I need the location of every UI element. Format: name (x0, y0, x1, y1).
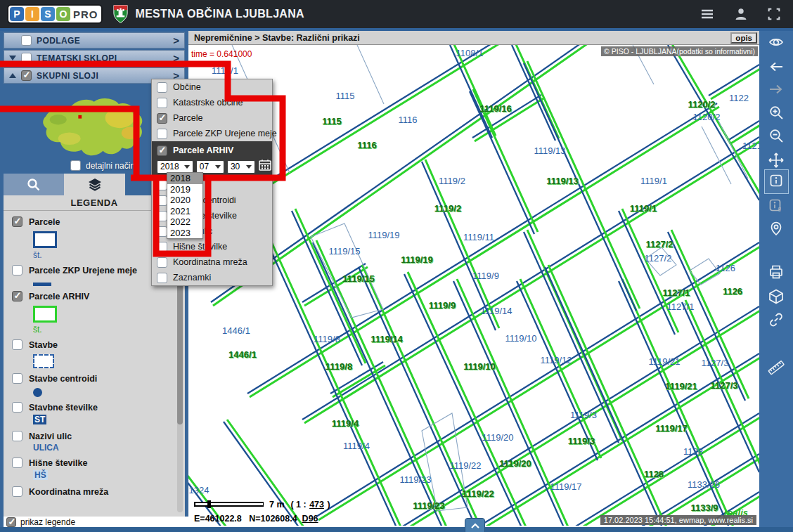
menu-item[interactable]: Občine (152, 79, 272, 95)
legend-checkbox[interactable] (12, 431, 22, 441)
legend-checkbox[interactable] (12, 458, 22, 468)
copyright-badge: © PISO - LJUBLJANA(podatki so informativ… (601, 46, 758, 56)
tab-search[interactable] (4, 174, 64, 195)
menu-item[interactable]: Parcele (152, 110, 272, 126)
chevron-right-icon[interactable]: > (173, 35, 179, 46)
year-option[interactable]: 2018 (167, 173, 202, 184)
menu-item-checkbox[interactable] (157, 145, 167, 156)
legend-label: Stavbe centroidi (29, 374, 97, 384)
window-bottom-border (0, 527, 793, 532)
menu-item-checkbox[interactable] (157, 195, 167, 206)
detail-mode-checkbox[interactable] (70, 160, 81, 171)
year-option[interactable]: 2023 (167, 228, 202, 239)
panel-checkbox[interactable] (21, 53, 32, 63)
year-option[interactable]: 2022 (167, 216, 202, 228)
datum-link[interactable]: D96 (302, 514, 318, 524)
year-option[interactable]: 2020 (167, 195, 202, 206)
collapse-icon[interactable] (9, 73, 16, 78)
panel-checkbox[interactable] (21, 70, 32, 81)
panel-tematski-sklopi[interactable]: TEMATSKI SKLOPI > (4, 50, 185, 66)
slovenia-overview-map[interactable] (20, 87, 164, 159)
menu-item-checkbox[interactable] (157, 82, 167, 93)
parcel-label-archive: 1119/8 (325, 361, 352, 372)
map-area: Nepremičnine > Stavbe: Različni prikazi … (188, 31, 759, 532)
calendar-icon[interactable] (258, 159, 272, 174)
parcel-label-current: 1122 (729, 93, 749, 103)
legend-checkbox[interactable] (12, 402, 22, 413)
parcel-label-archive: 1120/2 (688, 99, 715, 110)
panel-podlage[interactable]: PODLAGE > (4, 32, 185, 48)
year-option[interactable]: 2019 (167, 184, 202, 195)
parcel-label-current: 1119/1 (640, 176, 667, 186)
collapse-icon[interactable] (9, 56, 16, 60)
measure-ruler-icon[interactable] (768, 359, 785, 376)
identify-group-icon[interactable]: g (768, 197, 785, 214)
parcel-label-archive: 1115 (322, 116, 342, 126)
legend-checkbox[interactable] (12, 291, 22, 301)
visibility-icon[interactable] (768, 34, 785, 51)
year-select[interactable]: 2018 (157, 160, 193, 174)
print-icon[interactable] (768, 264, 785, 280)
top-bar: P I S O PRO MESTNA OBČINA LJUBLJANA (0, 0, 793, 28)
panel-checkbox[interactable] (21, 35, 32, 46)
parcel-label-current: 1121 (742, 141, 759, 151)
legend-item: Stavbe centroidi (12, 373, 185, 397)
menu-item-checkbox[interactable] (157, 129, 167, 139)
menu-item[interactable]: Katastrske občine (152, 95, 272, 110)
piso-pro-logo[interactable]: P I S O PRO (7, 4, 103, 24)
legend-checkbox[interactable] (12, 373, 22, 384)
pan-icon[interactable] (768, 152, 785, 169)
parcel-label-current: 1119/9 (472, 271, 499, 281)
fullscreen-icon[interactable] (766, 6, 782, 22)
show-legend-label: prikaz legende (20, 517, 75, 527)
parcel-label-current: 1119/15 (328, 246, 360, 257)
archive-parcel-lines (188, 45, 759, 526)
show-legend-checkbox[interactable] (6, 517, 16, 527)
menu-item-checkbox[interactable] (157, 257, 167, 268)
menu-item[interactable]: Parcele ARHIV (152, 143, 272, 158)
menu-item[interactable]: Zaznamki (152, 270, 272, 285)
month-select[interactable]: 07 (196, 160, 224, 174)
legend-item: Nazivi ulicULICA (12, 431, 185, 453)
zoom-in-icon[interactable] (768, 104, 785, 121)
parcel-label-archive: 1119/4 (332, 418, 359, 429)
menu-item-checkbox[interactable] (157, 113, 167, 124)
legend-item: Koordinatna mreža (12, 486, 185, 497)
legend-checkbox[interactable] (12, 265, 22, 275)
chevron-right-icon[interactable]: > (173, 53, 179, 63)
3d-cube-icon[interactable] (768, 288, 785, 305)
menu-item-checkbox[interactable] (157, 226, 167, 237)
opis-button[interactable]: opis (730, 32, 757, 44)
menu-item[interactable]: Hišne številke (152, 239, 272, 254)
year-option[interactable]: 2021 (167, 206, 202, 217)
map-canvas[interactable]: 1113/11108/11115111611221120/211211119/1… (188, 45, 759, 526)
legend-checkbox[interactable] (12, 339, 22, 350)
locate-pin-icon[interactable] (768, 220, 785, 237)
back-arrow-icon[interactable] (768, 58, 785, 75)
parcel-label-archive: 1119/20 (499, 458, 531, 469)
menu-item-checkbox[interactable] (157, 180, 167, 190)
scale-ratio-link[interactable]: 473 (309, 500, 324, 510)
tab-layers[interactable] (64, 174, 125, 195)
expand-bottom-panel-button[interactable] (465, 518, 485, 532)
menu-item[interactable]: Parcele ZKP Urejene meje (152, 126, 272, 141)
link-icon[interactable] (768, 311, 785, 328)
parcel-label-archive: 1127/2 (645, 239, 673, 249)
menu-item-checkbox[interactable] (157, 211, 167, 221)
user-icon[interactable] (733, 6, 749, 22)
menu-item-checkbox[interactable] (157, 98, 167, 108)
menu-item-checkbox[interactable] (157, 273, 167, 283)
legend-item-row: Stavbe centroidi (12, 373, 185, 384)
menu-item[interactable]: Koordinatna mreža (152, 254, 272, 270)
forward-arrow-icon[interactable] (768, 81, 785, 98)
day-select[interactable]: 30 (227, 160, 255, 174)
menu-icon[interactable] (699, 6, 716, 22)
legend-checkbox[interactable] (12, 216, 22, 227)
legend-checkbox[interactable] (12, 486, 22, 497)
menu-item-checkbox[interactable] (157, 242, 167, 252)
scale-bar: 7 m ( 1 : 473 ) (194, 498, 330, 510)
legend-swatch (33, 306, 57, 323)
zoom-out-icon[interactable] (768, 127, 785, 144)
legend-item-row: Stavbne številke (12, 402, 185, 413)
identify-icon[interactable] (768, 172, 785, 189)
